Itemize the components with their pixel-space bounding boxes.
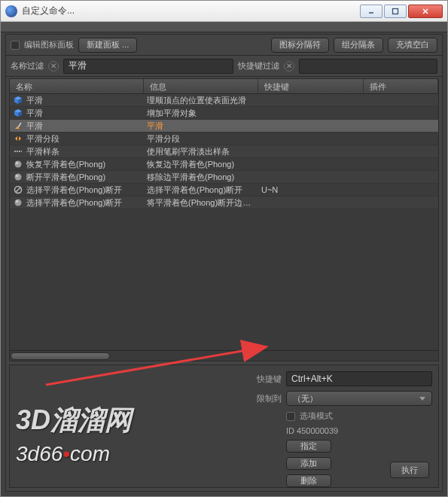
table-body: 平滑理顺顶点的位置使表面光滑平滑增加平滑对象平滑平滑平滑分段平滑分段平滑样条使用…: [10, 94, 438, 350]
col-info[interactable]: 信息: [144, 79, 258, 93]
new-palette-button[interactable]: 新建面板 ...: [78, 38, 137, 53]
fill-blank-button[interactable]: 充填空白: [388, 38, 437, 53]
row-shortcut: U~N: [258, 185, 364, 194]
svg-rect-1: [393, 8, 398, 14]
row-name: 断开平滑着色(Phong): [26, 172, 105, 183]
execute-button[interactable]: 执行: [390, 462, 429, 478]
name-filter-input[interactable]: [63, 59, 233, 74]
line-dashed-icon: [13, 146, 23, 157]
window-title: 自定义命令...: [22, 5, 358, 17]
cube-blue-icon: [13, 108, 23, 118]
shortcut-filter-clear-icon[interactable]: ✕: [284, 61, 294, 72]
row-name: 平滑样条: [26, 146, 59, 157]
delete-button[interactable]: 删除: [286, 474, 331, 487]
table-row[interactable]: 平滑平滑: [10, 120, 438, 133]
close-button[interactable]: [408, 5, 443, 18]
row-name: 平滑: [26, 95, 43, 106]
row-info: 理顺顶点的位置使表面光滑: [144, 95, 258, 106]
table-row[interactable]: 选择平滑着色(Phong)断开选择平滑着色(Phong)断开U~N: [10, 184, 438, 197]
app-icon: [5, 5, 17, 17]
chevron-down-icon: [419, 397, 425, 401]
shortcut-field-input[interactable]: [286, 371, 432, 386]
restrict-field-label: 限制到: [245, 393, 282, 404]
svg-point-7: [16, 162, 19, 164]
filter-row: 名称过滤 ✕ 快捷键过滤 ✕: [6, 56, 442, 77]
svg-point-9: [16, 175, 19, 177]
option-mode-checkbox[interactable]: [286, 412, 295, 421]
row-info: 将平滑着色(Phong)断开边转头: [144, 197, 258, 209]
row-name: 平滑: [26, 120, 43, 132]
col-name[interactable]: 名称: [10, 79, 144, 93]
grip-bar[interactable]: [1, 22, 447, 32]
add-button[interactable]: 添加: [286, 457, 331, 470]
svg-point-12: [15, 200, 22, 206]
option-mode-label: 选项模式: [300, 410, 333, 422]
row-name: 平滑: [26, 108, 43, 119]
table-header: 名称 信息 快捷键 插件: [10, 79, 438, 94]
col-plugin[interactable]: 插件: [364, 79, 438, 93]
minimize-button[interactable]: [360, 5, 382, 18]
col-shortcut[interactable]: 快捷键: [258, 79, 364, 93]
row-info: 移除边平滑着色(Phong): [144, 172, 258, 183]
assign-button[interactable]: 指定: [286, 440, 331, 453]
table-row[interactable]: 平滑样条使用笔刷平滑淡出样条: [10, 145, 438, 158]
scrollbar-thumb[interactable]: [11, 352, 110, 360]
command-id: ID 450000039: [286, 426, 432, 435]
svg-line-4: [18, 123, 21, 127]
command-table: 名称 信息 快捷键 插件 平滑理顺顶点的位置使表面光滑平滑增加平滑对象平滑平滑平…: [9, 78, 439, 361]
edit-palette-label: 编辑图标面板: [24, 39, 74, 50]
row-info: 恢复边平滑着色(Phong): [144, 159, 258, 170]
name-filter-label: 名称过滤: [11, 60, 44, 72]
shortcut-filter-label: 快捷键过滤: [238, 60, 279, 72]
svg-point-6: [15, 161, 22, 168]
restrict-dropdown[interactable]: （无）: [286, 391, 432, 406]
row-name: 选择平滑着色(Phong)断开: [26, 197, 122, 209]
top-toolbar: 编辑图标面板 新建面板 ... 图标分隔符 组分隔条 充填空白: [6, 35, 442, 56]
sphere-grey-icon: [13, 159, 23, 169]
row-info: 平滑: [144, 120, 258, 132]
cube-blue-icon: [13, 95, 23, 105]
row-name: 恢复平滑着色(Phong): [26, 159, 105, 170]
titlebar: 自定义命令...: [1, 1, 447, 22]
restrict-value: （无）: [293, 393, 318, 404]
sphere-grey-icon: [13, 197, 23, 208]
svg-line-11: [16, 188, 20, 192]
detail-panel: 快捷键 限制到 （无） 选项模式 ID 450000039 指定 添加: [9, 364, 439, 488]
arrows-orange-icon: [13, 133, 23, 144]
row-info: 增加平滑对象: [144, 108, 258, 119]
table-row[interactable]: 平滑分段平滑分段: [10, 133, 438, 145]
shortcut-field-label: 快捷键: [245, 374, 282, 385]
table-row[interactable]: 断开平滑着色(Phong)移除边平滑着色(Phong): [10, 171, 438, 184]
name-filter-clear-icon[interactable]: ✕: [48, 61, 59, 72]
row-info: 平滑分段: [144, 133, 258, 145]
svg-point-13: [16, 200, 19, 203]
table-row[interactable]: 选择平滑着色(Phong)断开将平滑着色(Phong)断开边转头: [10, 197, 438, 209]
table-row[interactable]: 恢复平滑着色(Phong)恢复边平滑着色(Phong): [10, 158, 438, 171]
table-row[interactable]: 平滑理顺顶点的位置使表面光滑: [10, 94, 438, 107]
ban-grey-icon: [13, 184, 23, 195]
icon-separator-button[interactable]: 图标分隔符: [271, 38, 329, 53]
shortcut-filter-input[interactable]: [299, 59, 437, 74]
edit-palette-checkbox[interactable]: [11, 41, 20, 50]
row-name: 选择平滑着色(Phong)断开: [26, 184, 122, 196]
table-row[interactable]: 平滑增加平滑对象: [10, 107, 438, 120]
brush-orange-icon: [13, 120, 23, 131]
maximize-button[interactable]: [384, 5, 407, 18]
row-info: 选择平滑着色(Phong)断开: [144, 184, 258, 196]
group-separator-button[interactable]: 组分隔条: [334, 38, 383, 53]
row-info: 使用笔刷平滑淡出样条: [144, 146, 258, 157]
horizontal-scrollbar[interactable]: [10, 350, 438, 361]
row-name: 平滑分段: [26, 133, 59, 145]
sphere-grey-icon: [13, 172, 23, 182]
svg-point-8: [15, 174, 22, 181]
